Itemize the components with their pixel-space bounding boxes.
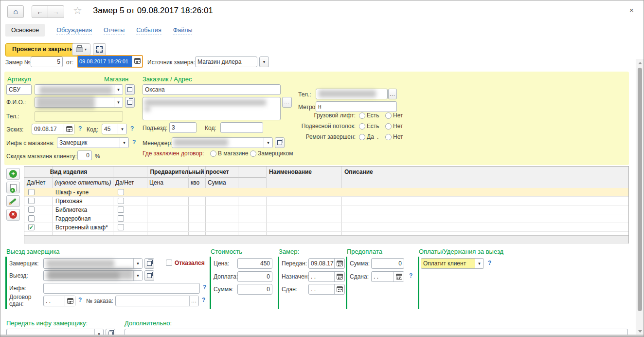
measurer-open-button[interactable] — [144, 258, 154, 269]
contract-shop-radio[interactable] — [210, 150, 216, 157]
sketch-date-input[interactable]: 09.08.17 — [32, 124, 74, 134]
row-checkbox-2[interactable] — [118, 189, 124, 195]
tab-main[interactable]: Основное — [5, 24, 45, 37]
prepayment-calendar-button[interactable] — [394, 272, 404, 281]
row-checkbox-2[interactable] — [118, 215, 124, 222]
shop-info-help-link[interactable]: ? — [132, 139, 136, 146]
metro-input[interactable]: н — [316, 101, 397, 112]
freight-lift-yes-radio[interactable] — [359, 112, 365, 119]
order-number-input[interactable]: ... — [115, 296, 199, 306]
row-checkbox-1[interactable] — [28, 206, 35, 213]
scrollbar-thumb[interactable] — [638, 68, 642, 311]
repair-no-option[interactable]: Нет — [393, 133, 403, 140]
chevron-down-icon[interactable]: ▾ — [114, 97, 123, 107]
freight-lift-no-radio[interactable] — [385, 112, 392, 119]
scroll-up-icon[interactable] — [638, 62, 642, 64]
chevron-down-icon[interactable]: ▾ — [475, 259, 483, 268]
payments-help-link[interactable]: ? — [488, 260, 491, 266]
table-row[interactable]: ✓ Встроенный шкаф* — [24, 223, 628, 232]
measure-date-input[interactable]: 09.08.2017 18:26:01 — [77, 55, 143, 68]
back-button[interactable]: ← — [32, 5, 48, 18]
freight-lift-no-option[interactable]: Нет — [393, 112, 403, 119]
post-and-close-button[interactable]: Провести и закрыть — [5, 43, 80, 56]
row-checkbox-2[interactable] — [118, 198, 124, 204]
ceiling-no-option[interactable]: Нет — [393, 123, 403, 130]
prepayment-date-input[interactable]: . . — [371, 271, 404, 282]
subcol-note[interactable]: (нужное отметить) — [52, 177, 113, 188]
prepayment-sum-input[interactable]: 0 — [371, 258, 404, 269]
tab-events[interactable]: События — [136, 26, 161, 35]
discount-input[interactable]: 0 — [77, 150, 92, 160]
scroll-down-icon[interactable] — [638, 330, 642, 333]
cost-sum-input[interactable]: 0 — [237, 284, 272, 295]
visit-info-input[interactable] — [43, 283, 200, 294]
done-date-input[interactable]: . . — [308, 284, 345, 295]
measure-date-calendar-button[interactable] — [132, 56, 142, 66]
close-icon[interactable]: × — [629, 6, 634, 14]
col-header-name[interactable]: Наименование — [266, 167, 341, 188]
chevron-down-icon[interactable]: ▾ — [118, 124, 126, 134]
delete-row-button[interactable]: × — [6, 209, 20, 221]
chevron-down-icon[interactable]: ▾ — [114, 85, 123, 94]
edit-row-button[interactable] — [6, 195, 20, 207]
repair-yes-option[interactable]: Да — [367, 133, 374, 140]
ellipsis-icon[interactable]: ... — [189, 296, 198, 306]
sketch-calendar-button[interactable] — [64, 124, 74, 134]
handed-calendar-button[interactable] — [334, 259, 344, 268]
refused-checkbox[interactable] — [166, 260, 172, 266]
contract-calendar-button[interactable] — [65, 296, 75, 306]
chevron-down-icon[interactable]: ▾ — [133, 259, 142, 268]
code-help-link[interactable]: ? — [130, 125, 134, 132]
visit-info-help-link[interactable]: ? — [203, 284, 206, 291]
door-code-input[interactable] — [220, 122, 263, 133]
table-row[interactable]: Шкаф - купе — [24, 188, 628, 197]
ceiling-yes-option[interactable]: Есть — [367, 123, 379, 130]
col-header-description[interactable]: Описание — [341, 167, 628, 188]
fullscreen-button[interactable] — [93, 43, 106, 56]
row-checkbox-1-checked[interactable]: ✓ — [28, 224, 35, 230]
tab-files[interactable]: Файлы — [173, 26, 193, 35]
contract-help-link[interactable]: ? — [78, 297, 82, 303]
sketch-help-link[interactable]: ? — [78, 125, 82, 132]
fio-open-button[interactable] — [125, 97, 135, 108]
row-checkbox-2[interactable] — [118, 206, 124, 213]
add-row-button[interactable]: + — [6, 168, 20, 180]
subcol-yesno-1[interactable]: Да/Нет — [24, 177, 52, 188]
chevron-down-icon[interactable]: ▾ — [133, 271, 142, 281]
vertical-scrollbar[interactable] — [636, 59, 644, 335]
row-checkbox-1[interactable] — [28, 198, 35, 204]
subcol-qty[interactable]: кво — [188, 177, 205, 188]
tel-dots-button[interactable]: ... — [388, 89, 397, 99]
subcol-yesno-2[interactable]: Да/Нет — [113, 177, 147, 188]
repair-yes-radio[interactable] — [359, 134, 365, 140]
print-button[interactable]: ▾ — [72, 43, 90, 56]
table-row[interactable]: Гардеробная — [24, 214, 628, 223]
forward-button[interactable]: → — [48, 5, 64, 18]
repair-no-radio[interactable] — [385, 134, 392, 140]
row-checkbox-1[interactable] — [28, 215, 35, 222]
subcol-price[interactable]: Цена — [147, 177, 188, 188]
price-input[interactable]: 450 — [237, 258, 272, 269]
source-combo[interactable]: Магазин дилера — [195, 56, 257, 67]
assigned-date-input[interactable]: . . — [308, 271, 345, 282]
assigned-calendar-button[interactable] — [334, 272, 344, 281]
payments-combo[interactable]: Оплатит клиент ▾ — [421, 258, 484, 269]
shop-info-combo[interactable]: Замерщик ▾ — [57, 137, 129, 148]
shop-open-button[interactable] — [125, 84, 135, 95]
copy-row-button[interactable]: + — [6, 182, 20, 193]
contract-measurer-radio[interactable] — [250, 150, 256, 157]
code-combo[interactable]: 45 ▾ — [102, 124, 127, 134]
order-help-link[interactable]: ? — [202, 297, 205, 303]
tab-discussions[interactable]: Обсуждения — [56, 26, 92, 35]
address-dots-button[interactable]: ... — [282, 97, 292, 108]
freight-lift-yes-option[interactable]: Есть — [367, 112, 379, 119]
col-header-product-type[interactable]: Вид изделия — [24, 167, 113, 177]
source-dropdown-button[interactable]: ▾ — [259, 56, 269, 67]
customer-name-input[interactable]: Оксана — [143, 84, 281, 95]
trip-open-button[interactable] — [144, 270, 154, 281]
chevron-down-icon[interactable]: ▾ — [120, 138, 128, 148]
refused-label[interactable]: Отказался — [175, 260, 205, 266]
tab-reports[interactable]: Отчеты — [104, 26, 125, 35]
row-checkbox-2[interactable] — [118, 224, 124, 230]
tel-left-input[interactable] — [35, 111, 123, 122]
